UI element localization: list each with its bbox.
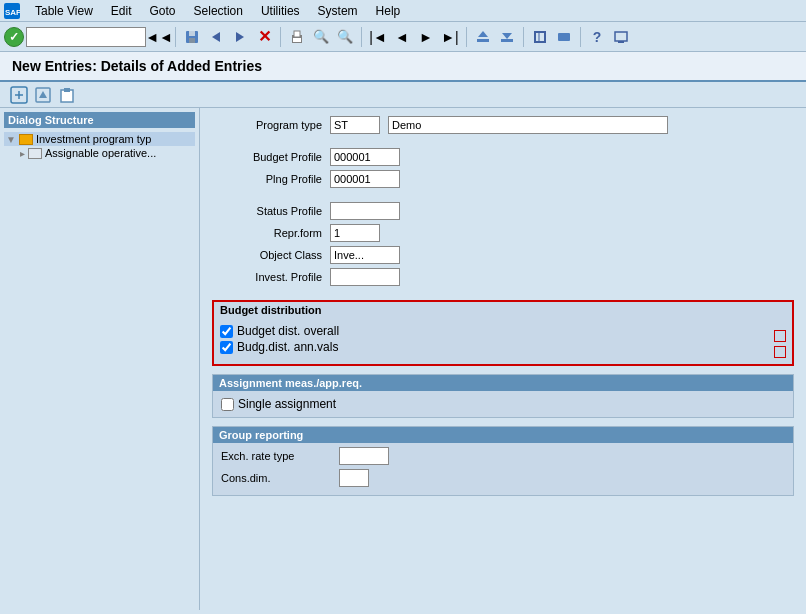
- sub-clipboard-icon[interactable]: [56, 84, 78, 106]
- sep3: [361, 27, 362, 47]
- sap-logo-icon: SAP: [4, 3, 20, 19]
- execute-button[interactable]: ✓: [4, 27, 24, 47]
- menu-table-view[interactable]: Table View: [32, 3, 96, 19]
- budget-distribution-title: Budget distribution: [214, 302, 792, 318]
- svg-marker-13: [502, 33, 512, 39]
- exch-rate-input[interactable]: [339, 447, 389, 465]
- tree-item-investment[interactable]: ▼ Investment program typ: [4, 132, 195, 146]
- page-title: New Entries: Details of Added Entries: [12, 58, 262, 74]
- object-class-label: Object Class: [212, 249, 322, 261]
- main-content: Dialog Structure ▼ Investment program ty…: [0, 108, 806, 610]
- program-type-row: Program type: [212, 116, 794, 134]
- dialog-structure-title: Dialog Structure: [4, 112, 195, 128]
- spacer1: [212, 138, 794, 148]
- sub-save-icon[interactable]: [32, 84, 54, 106]
- back-button[interactable]: [205, 26, 227, 48]
- cancel-button[interactable]: ✕: [253, 26, 275, 48]
- cons-dim-row: Cons.dim.: [221, 469, 785, 487]
- find-next-button[interactable]: 🔍: [334, 26, 356, 48]
- group-reporting-title: Group reporting: [219, 429, 303, 441]
- red-indicator-bottom: [774, 346, 786, 358]
- single-assignment-checkbox[interactable]: [221, 398, 234, 411]
- tree-item-assignable[interactable]: ▸ Assignable operative...: [4, 146, 195, 160]
- find-button[interactable]: 🔍: [310, 26, 332, 48]
- sep6: [580, 27, 581, 47]
- budget-profile-input[interactable]: [330, 148, 400, 166]
- settings-button[interactable]: [529, 26, 551, 48]
- tree-indent-icon: ▸: [20, 148, 25, 159]
- budg-dist-ann-row: Budg.dist. ann.vals: [220, 340, 786, 354]
- budget-dist-overall-row: Budget dist. overall: [220, 324, 786, 338]
- repr-form-input[interactable]: [330, 224, 380, 242]
- program-type-desc-input[interactable]: [388, 116, 668, 134]
- menu-system[interactable]: System: [315, 3, 361, 19]
- print-button[interactable]: [286, 26, 308, 48]
- svg-rect-3: [189, 31, 195, 36]
- svg-rect-25: [64, 88, 70, 92]
- plng-profile-input[interactable]: [330, 170, 400, 188]
- sub-nav-icon[interactable]: [8, 84, 30, 106]
- prev-button[interactable]: ◄: [391, 26, 413, 48]
- invest-profile-input[interactable]: [330, 268, 400, 286]
- tree-label-investment: Investment program typ: [36, 133, 152, 145]
- svg-rect-8: [294, 31, 300, 37]
- svg-marker-6: [236, 32, 244, 42]
- save-button[interactable]: [181, 26, 203, 48]
- next-button[interactable]: ►: [415, 26, 437, 48]
- object-class-input[interactable]: [330, 246, 400, 264]
- svg-rect-14: [535, 32, 545, 42]
- sub-toolbar: [0, 82, 806, 108]
- page-header: New Entries: Details of Added Entries: [0, 52, 806, 82]
- help-button[interactable]: ?: [586, 26, 608, 48]
- nav-back-icon[interactable]: ◄◄: [148, 26, 170, 48]
- toggle-button[interactable]: [553, 26, 575, 48]
- download-button[interactable]: [496, 26, 518, 48]
- file-icon: [28, 148, 42, 159]
- budget-distribution-section: Budget distribution Budget dist. overall…: [212, 300, 794, 366]
- program-type-input[interactable]: [330, 116, 380, 134]
- menu-edit[interactable]: Edit: [108, 3, 135, 19]
- status-profile-input[interactable]: [330, 202, 400, 220]
- svg-rect-17: [615, 32, 627, 41]
- group-reporting-bar: Group reporting: [213, 427, 793, 443]
- assignment-title: Assignment meas./app.req.: [219, 377, 362, 389]
- repr-form-label: Repr.form: [212, 227, 322, 239]
- object-class-row: Object Class: [212, 246, 794, 264]
- single-assignment-row: Single assignment: [221, 397, 785, 411]
- svg-marker-11: [478, 31, 488, 37]
- budget-dist-overall-label: Budget dist. overall: [237, 324, 339, 338]
- assignment-content: Single assignment: [213, 391, 793, 417]
- menu-selection[interactable]: Selection: [191, 3, 246, 19]
- svg-text:SAP: SAP: [5, 8, 20, 17]
- last-button[interactable]: ►|: [439, 26, 461, 48]
- left-panel: Dialog Structure ▼ Investment program ty…: [0, 108, 200, 610]
- svg-rect-18: [618, 41, 624, 43]
- status-profile-row: Status Profile: [212, 202, 794, 220]
- right-panel: Program type Budget Profile Plng Profile…: [200, 108, 806, 610]
- svg-rect-10: [477, 39, 489, 42]
- budg-dist-ann-checkbox[interactable]: [220, 341, 233, 354]
- repr-form-row: Repr.form: [212, 224, 794, 242]
- upload-button[interactable]: [472, 26, 494, 48]
- status-profile-label: Status Profile: [212, 205, 322, 217]
- menu-help[interactable]: Help: [373, 3, 404, 19]
- toolbar: ✓ ◄◄ ✕ 🔍 🔍 |◄ ◄ ► ►| ?: [0, 22, 806, 52]
- menu-utilities[interactable]: Utilities: [258, 3, 303, 19]
- budget-profile-label: Budget Profile: [212, 151, 322, 163]
- plng-profile-row: Plng Profile: [212, 170, 794, 188]
- first-button[interactable]: |◄: [367, 26, 389, 48]
- exch-rate-row: Exch. rate type: [221, 447, 785, 465]
- monitor-button[interactable]: [610, 26, 632, 48]
- assignment-section: Assignment meas./app.req. Single assignm…: [212, 374, 794, 418]
- cons-dim-input[interactable]: [339, 469, 369, 487]
- command-field[interactable]: [26, 27, 146, 47]
- menu-goto[interactable]: Goto: [147, 3, 179, 19]
- budget-dist-overall-checkbox[interactable]: [220, 325, 233, 338]
- exch-rate-label: Exch. rate type: [221, 450, 331, 462]
- budget-distribution-content: Budget dist. overall Budg.dist. ann.vals: [214, 318, 792, 364]
- forward-button[interactable]: [229, 26, 251, 48]
- single-assignment-label: Single assignment: [238, 397, 336, 411]
- invest-profile-label: Invest. Profile: [212, 271, 322, 283]
- svg-rect-16: [558, 33, 570, 41]
- menu-bar: SAP Table View Edit Goto Selection Utili…: [0, 0, 806, 22]
